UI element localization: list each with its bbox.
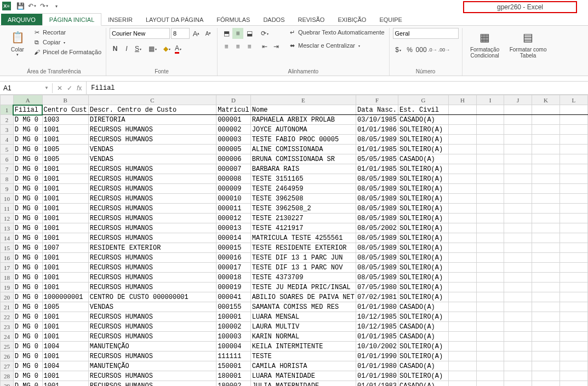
cell-D17[interactable]: 000017 <box>216 263 251 273</box>
cell-D19[interactable]: 000019 <box>216 283 251 292</box>
row-header-22[interactable]: 22 <box>1 312 14 322</box>
tab-view[interactable]: EXIBIÇÃO <box>331 14 373 25</box>
row-header-19[interactable]: 19 <box>1 283 14 292</box>
cell-A14[interactable]: D MG 0 <box>13 233 42 243</box>
cell-K9[interactable] <box>532 184 560 194</box>
conditional-format-button[interactable]: ▦ Formatação Condicional <box>466 28 504 60</box>
row-header-23[interactable]: 23 <box>1 322 14 332</box>
cell-B6[interactable]: 1005 <box>42 154 88 164</box>
cell-L4[interactable] <box>560 135 587 145</box>
cell-L2[interactable] <box>560 115 587 125</box>
cell-E16[interactable]: TESTE DIF 13 1 PARC JUN <box>250 253 356 263</box>
dec-decimal-button[interactable]: .00→ <box>439 44 450 55</box>
cell-J19[interactable] <box>504 283 532 292</box>
align-middle-button[interactable]: ≡ <box>232 28 243 39</box>
cell-I3[interactable] <box>477 125 504 135</box>
cell-K11[interactable] <box>532 204 560 214</box>
row-header-12[interactable]: 12 <box>1 214 14 223</box>
cell-L21[interactable] <box>560 302 587 312</box>
percent-button[interactable]: % <box>404 44 415 55</box>
cell-F21[interactable]: 01/01/1980 <box>356 302 398 312</box>
cell-C29[interactable]: RECURSOS HUMANOS <box>88 381 216 387</box>
row-header-26[interactable]: 26 <box>1 352 14 361</box>
number-format-combo[interactable] <box>393 28 459 39</box>
row-header-3[interactable]: 3 <box>1 125 14 135</box>
cell-J29[interactable] <box>504 381 532 387</box>
cell-C18[interactable]: RECURSOS HUMANOS <box>88 273 216 283</box>
indent-dec-button[interactable]: ⇤ <box>259 41 270 52</box>
align-left-button[interactable]: ≡ <box>221 41 232 52</box>
cell-D3[interactable]: 000002 <box>216 125 251 135</box>
row-header-25[interactable]: 25 <box>1 342 14 352</box>
cell-K3[interactable] <box>532 125 560 135</box>
cell-I18[interactable] <box>477 273 504 283</box>
cell-J15[interactable] <box>504 243 532 253</box>
cell-K22[interactable] <box>532 312 560 322</box>
cell-F2[interactable]: 03/10/1985 <box>356 115 398 125</box>
cell-E4[interactable]: TESTE FABIO PROC 00005 <box>250 135 356 145</box>
cell-A29[interactable]: D MG 0 <box>13 381 42 387</box>
cell-E2[interactable]: RAPHAELA ARBIX PROLAB <box>250 115 356 125</box>
cell-E14[interactable]: MATRICULA TESTE 4255561 <box>250 233 356 243</box>
cell-F1[interactable]: Data Nasc. <box>356 105 398 115</box>
cell-I17[interactable] <box>477 263 504 273</box>
cell-L10[interactable] <box>560 194 587 204</box>
cell-G26[interactable]: SOLTEIRO(A) <box>398 352 448 361</box>
cell-H25[interactable] <box>448 342 476 352</box>
cell-I15[interactable] <box>477 243 504 253</box>
cell-A3[interactable]: D MG 0 <box>13 125 42 135</box>
cell-D15[interactable]: 000015 <box>216 243 251 253</box>
cell-B26[interactable]: 1001 <box>42 352 88 361</box>
tab-insert[interactable]: INSERIR <box>101 14 139 25</box>
cell-B8[interactable]: 1001 <box>42 174 88 184</box>
cell-F19[interactable]: 07/05/1980 <box>356 283 398 292</box>
cell-I29[interactable] <box>477 381 504 387</box>
cell-H24[interactable] <box>448 332 476 342</box>
cell-I26[interactable] <box>477 352 504 361</box>
cell-E23[interactable]: LAURA MULTIV <box>250 322 356 332</box>
cell-F17[interactable]: 08/05/1989 <box>356 263 398 273</box>
col-header-B[interactable]: B <box>42 95 88 105</box>
row-header-7[interactable]: 7 <box>1 164 14 174</box>
save-button[interactable]: 💾 <box>15 1 26 11</box>
cell-C6[interactable]: VENDAS <box>88 154 216 164</box>
cell-K20[interactable] <box>532 292 560 302</box>
cell-I16[interactable] <box>477 253 504 263</box>
cell-A6[interactable]: D MG 0 <box>13 154 42 164</box>
cell-C19[interactable]: RECURSOS HUMANOS <box>88 283 216 292</box>
cell-J4[interactable] <box>504 135 532 145</box>
cell-E15[interactable]: TESTE RESIDENTE EXTERIOR <box>250 243 356 253</box>
cell-J13[interactable] <box>504 223 532 233</box>
cell-C13[interactable]: RECURSOS HUMANOS <box>88 223 216 233</box>
cell-D1[interactable]: Matricul <box>216 105 251 115</box>
cell-E1[interactable]: Nome <box>250 105 356 115</box>
cell-A11[interactable]: D MG 0 <box>13 204 42 214</box>
cell-E13[interactable]: TESTE 4121917 <box>250 223 356 233</box>
cell-D25[interactable]: 100004 <box>216 342 251 352</box>
cell-C1[interactable]: Descr. Centro de Custo <box>88 105 216 115</box>
cell-A9[interactable]: D MG 0 <box>13 184 42 194</box>
row-header-28[interactable]: 28 <box>1 371 14 381</box>
cell-E10[interactable]: TESTE 3962508 <box>250 194 356 204</box>
cell-L7[interactable] <box>560 164 587 174</box>
row-header-10[interactable]: 10 <box>1 194 14 204</box>
cell-G14[interactable]: SOLTEIRO(A) <box>398 233 448 243</box>
cell-C10[interactable]: RECURSOS HUMANOS <box>88 194 216 204</box>
cell-J6[interactable] <box>504 154 532 164</box>
cell-L8[interactable] <box>560 174 587 184</box>
cell-L19[interactable] <box>560 283 587 292</box>
cell-J20[interactable] <box>504 292 532 302</box>
cell-G21[interactable]: CASADO(A) <box>398 302 448 312</box>
cell-C23[interactable]: RECURSOS HUMANOS <box>88 322 216 332</box>
col-header-J[interactable]: J <box>504 95 532 105</box>
cell-B9[interactable]: 1001 <box>42 184 88 194</box>
row-header-27[interactable]: 27 <box>1 361 14 371</box>
cell-L20[interactable] <box>560 292 587 302</box>
cell-D24[interactable]: 100003 <box>216 332 251 342</box>
tab-home[interactable]: PÁGINA INICIAL <box>42 13 102 26</box>
cell-H15[interactable] <box>448 243 476 253</box>
cell-L5[interactable] <box>560 145 587 154</box>
cell-F20[interactable]: 07/02/1981 <box>356 292 398 302</box>
cell-A27[interactable]: D MG 0 <box>13 361 42 371</box>
cell-B12[interactable]: 1001 <box>42 214 88 223</box>
